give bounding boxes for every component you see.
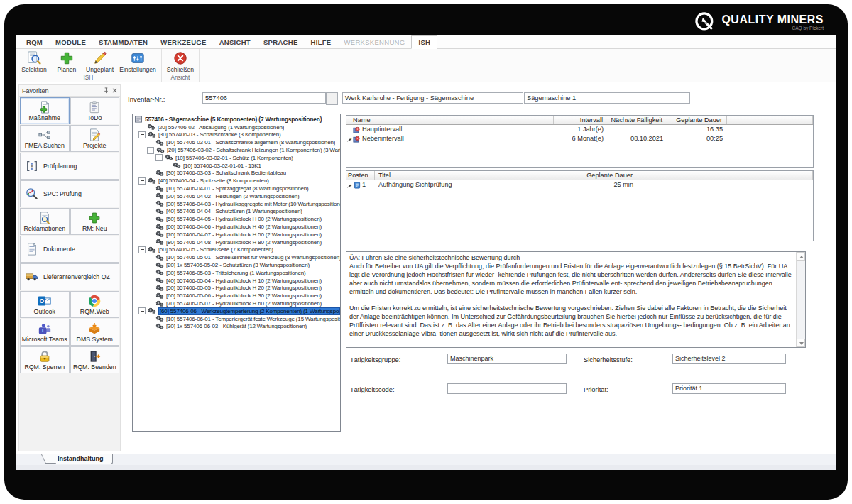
scrollbar[interactable]	[796, 252, 805, 347]
menu-item[interactable]: WERKSKENNUNG	[337, 35, 411, 48]
favorite-item[interactable]: Maßnahme	[20, 97, 70, 124]
machine-icon	[134, 116, 143, 123]
gears-icon	[173, 162, 181, 169]
ribbon-button[interactable]: Schließen	[164, 50, 197, 75]
tree-item[interactable]: [30] 557406-03 - Schaltschränke (3 Kompo…	[133, 131, 340, 139]
interval-icon	[353, 136, 360, 143]
doc-plus-icon	[38, 101, 51, 114]
machine-name-field[interactable]: Sägemaschine 1	[524, 92, 690, 104]
description-textarea[interactable]: ÜA: Führen Sie eine sicherheitstechnisch…	[346, 251, 806, 348]
position-row[interactable]: 1 Aufhängung Sichtprüfung 25 min	[346, 180, 813, 190]
menu-item[interactable]: WERKZEUGE	[154, 35, 212, 48]
browse-button[interactable]: ...	[326, 92, 338, 105]
favorite-item[interactable]: DMS System	[70, 319, 120, 346]
tree-expander-icon[interactable]	[155, 154, 163, 161]
favorite-item[interactable]: FMEA Suchen	[20, 125, 70, 152]
tree-item[interactable]: [60] 557406-06 - Werkzeugtemperierung (2…	[133, 307, 340, 315]
tree-item[interactable]: [60] 557406-05-06 - Hydraulikblock H 30 …	[133, 292, 340, 300]
menu-item[interactable]: RQM	[20, 35, 49, 48]
menu-bar: RQM MODULE STAMMDATEN WERKZEUGE ANSICHT …	[16, 35, 836, 49]
tree-item[interactable]: [50] 557406-05 - Schließseite (7 Kompone…	[133, 246, 340, 254]
tree-expander-icon[interactable]	[138, 131, 146, 138]
quality-miners-q-icon	[694, 11, 716, 33]
favorite-item[interactable]: Lieferantenvergleich QZ	[20, 263, 119, 290]
gears-icon	[155, 292, 164, 300]
interval-row[interactable]: Nebenintervall 6 Monat(e) 08.10.2021 00:…	[346, 134, 813, 143]
tree-item[interactable]: [20] 557406-02 - Absaugung (1 Wartungspo…	[133, 124, 340, 131]
taetigkeitsgruppe-input[interactable]: Maschinenpark	[447, 354, 567, 364]
favorite-item[interactable]: RQM: Sperren	[20, 346, 70, 373]
tree-item[interactable]: [30] 557406-04-03 - Hydraulikaggregate m…	[133, 200, 340, 208]
tree-expander-icon[interactable]	[147, 147, 154, 154]
ribbon-button[interactable]: Planen	[50, 50, 83, 75]
tree-item[interactable]: [10] 557406-06-01 - Temperiergerät feste…	[133, 315, 340, 323]
tree-item[interactable]: [70] 557406-04-07 - Hydraulikblock H 50 …	[133, 231, 340, 239]
tree-item[interactable]: [50] 557406-04-05 - Hydraulikblock H 00 …	[133, 215, 340, 223]
tree-item[interactable]: 557406 - Sägemaschine (5 Komponenten) (7…	[133, 116, 340, 124]
tree-item[interactable]: [40] 557406-04-04 - Schutztüren (1 Wartu…	[133, 208, 340, 216]
interval-row[interactable]: Hauptintervall 1 Jahr(e) 16:35	[346, 125, 813, 134]
tree-item[interactable]: [80] 557406-04-08 - Hydraulikblock H 80 …	[133, 239, 340, 246]
sicherheitsstufe-input[interactable]: Sicherheitslevel 2	[672, 354, 786, 364]
menu-item[interactable]: SPRACHE	[257, 35, 305, 48]
tree-item[interactable]: [10] 557406-03-02-01-01 - 15K1	[133, 162, 340, 170]
tree-item[interactable]: [30] 557406-05-03 - Trittsicherung (1 Wa…	[133, 269, 340, 277]
favorite-item[interactable]: SPC: Prüfung	[20, 180, 119, 207]
gears-icon	[155, 200, 164, 207]
favorite-item[interactable]: RQM.Web	[70, 291, 120, 318]
tree-item[interactable]: [30] 1x 557406-06-03 - Kühlgerät (12 War…	[133, 323, 340, 331]
tree-item[interactable]: [20] 557406-04-02 - Heizungen (2 Wartung…	[133, 192, 340, 200]
favorite-item[interactable]: Dokumente	[20, 236, 119, 263]
tree-item[interactable]: [10] 557406-03-01 - Schaltschränke allge…	[133, 138, 340, 146]
menu-item[interactable]: STAMMDATEN	[92, 35, 154, 48]
favorite-item[interactable]: RM: Neu	[70, 208, 120, 235]
ribbon-button[interactable]: Einstellungen	[116, 50, 159, 75]
favorite-item[interactable]: Reklamationen	[20, 208, 70, 235]
tree-expander-icon[interactable]	[138, 246, 146, 253]
tree-item[interactable]: [50] 557406-05-05 - Hydraulikblock H 20 …	[133, 285, 340, 292]
favorite-item[interactable]: ToDo	[70, 97, 120, 124]
gears-icon	[155, 262, 164, 269]
pin-icon[interactable]	[103, 87, 109, 94]
scroll-up-icon[interactable]	[797, 252, 805, 261]
tree-item[interactable]: [60] 557406-04-06 - Hydraulikblock H 40 …	[133, 223, 340, 231]
menu-item[interactable]: ANSICHT	[213, 35, 257, 48]
tree-expander-icon[interactable]	[138, 307, 146, 314]
gears-icon	[156, 147, 165, 154]
taetigkeitscode-input[interactable]	[447, 383, 567, 394]
positions-table-header: Posten Titel Geplante Dauer	[346, 171, 813, 180]
menu-item[interactable]: MODULE	[49, 35, 92, 48]
favorite-item[interactable]: O Outlook	[20, 291, 70, 318]
tree-expander-icon[interactable]	[138, 177, 146, 185]
tree-item[interactable]: [10] 557406-05-01 - Schließeinheit für W…	[133, 253, 340, 261]
position-icon	[354, 182, 361, 189]
tree-item[interactable]: [70] 557406-05-07 - Hydraulikblock H 60 …	[133, 300, 340, 307]
tree-item[interactable]: [10] 557406-04-01 - Spritzaggregat (8 Wa…	[133, 185, 340, 192]
close-icon[interactable]	[111, 87, 118, 94]
tree-item[interactable]: [30] 557406-03-03 - Schaltschrank Bedien…	[133, 170, 340, 177]
tab-instandhaltung[interactable]: Instandhaltung	[48, 454, 113, 464]
menu-item[interactable]: ISH	[411, 35, 437, 49]
prioritaet-input[interactable]: Priorität 1	[672, 383, 786, 394]
favorite-item[interactable]: Prüfplanung	[20, 153, 119, 180]
scroll-down-icon[interactable]	[797, 339, 805, 347]
taetigkeitscode-label: Tätigkeitscode:	[350, 386, 395, 393]
plus-green-icon	[60, 51, 74, 65]
favorite-item[interactable]: RQM: Beenden	[70, 346, 120, 373]
inventory-number-input[interactable]: 557406	[202, 92, 326, 104]
favorite-item[interactable]: Projekte	[70, 125, 120, 152]
tree-item[interactable]: [10] 557406-03-02-01 - Schütz (1 Kompone…	[133, 154, 340, 162]
tree-item[interactable]: [40] 557406-05-04 - Hydraulikblock H 10 …	[133, 277, 340, 285]
settings-icon	[131, 51, 145, 65]
favorite-item[interactable]: T Microsoft Teams	[20, 319, 70, 346]
menu-item[interactable]: HILFE	[305, 35, 338, 48]
location-field[interactable]: Werk Karlsruhe - Fertigung - Sägemaschin…	[342, 92, 523, 104]
ribbon-button[interactable]: Selektion	[18, 50, 50, 75]
tree-item[interactable]: [20] 1x 557406-05-02 - Schutztüren (3 Wa…	[133, 261, 340, 269]
doc-lines-icon	[26, 243, 38, 256]
current-row-pointer-icon	[346, 136, 352, 142]
gears-icon	[155, 269, 164, 276]
tree-item[interactable]: [40] 557406-04 - Spritzseite (8 Komponen…	[133, 177, 340, 185]
tree-item[interactable]: [20] 557406-03-02 - Schaltschrank Heizun…	[133, 146, 340, 154]
ribbon-button[interactable]: Ungeplant	[83, 50, 116, 75]
